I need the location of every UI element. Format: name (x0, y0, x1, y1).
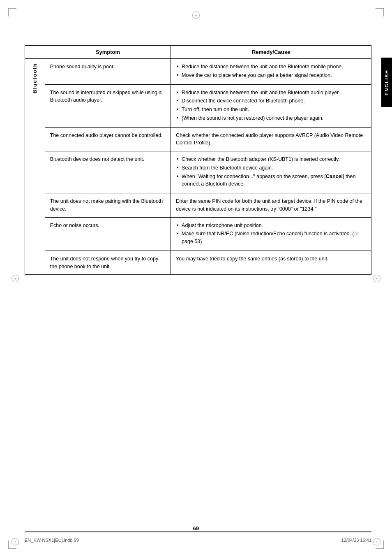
footer-right: 12/04/23 16:41 (341, 538, 371, 543)
symptom-text-2: The sound is interrupted or skipped whil… (50, 90, 162, 103)
remedy-list-4: Check whether the Bluetooth adapter (KS-… (176, 155, 366, 188)
remedy-list-6: Adjust the microphone unit position. Mak… (176, 222, 366, 246)
list-item: Turn off, then turn on the unit. (176, 106, 366, 114)
remedy-text-5: Enter the same PIN code for both the uni… (176, 198, 362, 212)
table-row: The sound is interrupted or skipped whil… (25, 84, 371, 127)
symptom-text-7: The unit does not respond when you try t… (50, 256, 158, 269)
list-item: Reduce the distance between the unit and… (176, 89, 366, 97)
symptom-cell-2: The sound is interrupted or skipped whil… (45, 84, 171, 127)
list-item: Adjust the microphone unit position. (176, 222, 366, 230)
remedy-cell-6: Adjust the microphone unit position. Mak… (171, 217, 371, 251)
symptom-text-4: Bluetooth device does not detect the uni… (50, 156, 144, 162)
remedy-cell-5: Enter the same PIN code for both the uni… (171, 193, 371, 218)
table-row: The connected audio player cannot be con… (25, 127, 371, 151)
reg-mark-top: + (192, 12, 200, 19)
table-row: The unit does not make pairing with the … (25, 193, 371, 218)
page-container: + + + + + ENGLISH Symptom Remedy/Cause B… (0, 0, 392, 557)
footer: EN_KW-NSX1[EU].indb 69 12/04/23 16:41 (25, 538, 371, 543)
remedy-cell-1: Reduce the distance between the unit and… (171, 59, 371, 85)
list-item: Search from the Bluetooth device again. (176, 164, 366, 172)
reg-mark-bottom-right: + (373, 538, 380, 545)
corner-mark-tr (376, 8, 384, 16)
list-item: Move the car to place where you can get … (176, 72, 366, 79)
symptom-text-6: Echo or noise occurs. (50, 223, 99, 228)
list-item: Check whether the Bluetooth adapter (KS-… (176, 155, 366, 163)
table-row: Echo or noise occurs. Adjust the microph… (25, 217, 371, 251)
list-item: Reduce the distance between the unit and… (176, 63, 366, 71)
remedy-list-1: Reduce the distance between the unit and… (176, 63, 366, 79)
remedy-list-2: Reduce the distance between the unit and… (176, 89, 366, 122)
list-item: Disconnect the device connected for Blue… (176, 97, 366, 105)
english-label: ENGLISH (384, 70, 389, 95)
symptom-cell-3: The connected audio player cannot be con… (45, 127, 171, 151)
english-tab: ENGLISH (381, 58, 392, 107)
symptom-text-3: The connected audio player cannot be con… (50, 132, 163, 138)
symptom-text-1: Phone sound quality is poor. (50, 64, 115, 70)
remedy-text-7: You may have tried to copy the same entr… (176, 256, 328, 262)
list-item: (When the sound is not yet restored) con… (176, 114, 366, 122)
table-row: Bluetooth device does not detect the uni… (25, 151, 371, 193)
side-label-cell: Bluetooth (25, 59, 45, 275)
remedy-cell-7: You may have tried to copy the same entr… (171, 251, 371, 275)
table-row: Bluetooth Phone sound quality is poor. R… (25, 59, 371, 85)
reg-mark-bottom-left: + (12, 538, 19, 545)
page-number: 69 (189, 525, 203, 531)
symptom-cell-5: The unit does not make pairing with the … (45, 193, 171, 218)
bold-cancel: Cancel (326, 174, 343, 179)
remedy-cell-4: Check whether the Bluetooth adapter (KS-… (171, 151, 371, 193)
footer-line (25, 531, 371, 532)
remedy-cell-3: Check whether the connected audio player… (171, 127, 371, 151)
reg-mark-left: + (12, 275, 19, 282)
symptom-cell-6: Echo or noise occurs. (45, 217, 171, 251)
col-header-side (25, 46, 45, 59)
list-item: When "Waiting for connection..." appears… (176, 173, 366, 188)
symptom-cell-7: The unit does not respond when you try t… (45, 251, 171, 275)
remedy-cell-2: Reduce the distance between the unit and… (171, 84, 371, 127)
col-header-symptom: Symptom (45, 46, 171, 59)
remedy-text-3: Check whether the connected audio player… (176, 132, 363, 146)
reg-mark-right: + (373, 275, 380, 282)
symptom-text-5: The unit does not make pairing with the … (50, 198, 163, 212)
col-header-remedy: Remedy/Cause (171, 46, 371, 59)
symptom-cell-4: Bluetooth device does not detect the uni… (45, 151, 171, 193)
list-item: Make sure that NR/EC (Noise reduction/Ec… (176, 230, 366, 246)
side-label: Bluetooth (31, 63, 39, 93)
symptom-cell-1: Phone sound quality is poor. (45, 59, 171, 85)
footer-left: EN_KW-NSX1[EU].indb 69 (25, 538, 79, 543)
main-table: Symptom Remedy/Cause Bluetooth Phone sou… (25, 45, 371, 275)
content-area: Symptom Remedy/Cause Bluetooth Phone sou… (25, 45, 371, 508)
corner-mark-tl (8, 8, 16, 16)
table-row: The unit does not respond when you try t… (25, 251, 371, 275)
